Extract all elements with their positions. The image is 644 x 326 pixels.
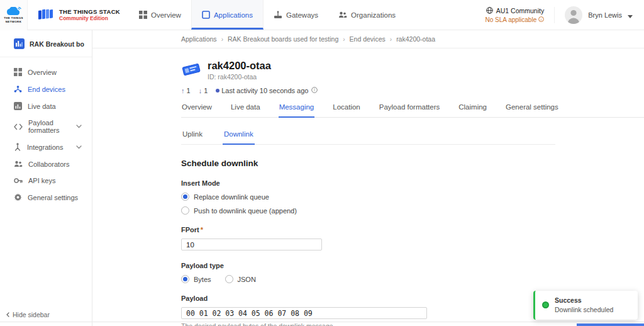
tab-claiming[interactable]: Claiming	[458, 103, 487, 117]
downlink-count-value: 1	[204, 87, 208, 94]
breadcrumb-separator: ›	[390, 36, 392, 43]
tab-location[interactable]: Location	[332, 103, 360, 117]
bottom-divider	[0, 322, 644, 322]
radio-icon[interactable]	[225, 275, 233, 283]
sidebar-nav: Overview End devices Live data Payload f…	[0, 57, 92, 305]
application-icon	[14, 38, 25, 49]
sla-label: No SLA applicable	[485, 16, 536, 23]
payload-type-label: Payload type	[181, 262, 555, 269]
breadcrumb: Applications › RAK Breakout boards used …	[92, 30, 644, 48]
tab-payload-formatters[interactable]: Payload formatters	[379, 103, 441, 117]
subtab-downlink[interactable]: Downlink	[223, 130, 255, 145]
device-id: ID: rak4200-otaa	[208, 73, 271, 81]
sidebar-item-api-keys[interactable]: API keys	[0, 172, 92, 189]
caret-down-icon	[628, 9, 633, 21]
tab-live-data[interactable]: Live data	[230, 103, 261, 117]
device-header: rak4200-otaa ID: rak4200-otaa	[181, 60, 644, 81]
info-icon[interactable]: i	[538, 16, 544, 23]
app-header: THE THINGS NETWORK THE THINGS STACK Comm…	[0, 0, 644, 30]
radio-icon[interactable]	[181, 193, 189, 201]
sidebar-item-general-settings[interactable]: General settings	[0, 189, 92, 206]
edition-label: Community Edition	[59, 15, 120, 21]
payload-type-options: Bytes JSON	[181, 275, 555, 283]
radio-json[interactable]: JSON	[225, 275, 256, 283]
chevron-left-icon	[6, 311, 9, 318]
nav-organizations-label: Organizations	[351, 11, 396, 19]
live-data-icon	[14, 102, 22, 110]
sidebar-item-label: Collaborators	[28, 160, 69, 168]
main-content: Applications › RAK Breakout boards used …	[92, 30, 644, 326]
sidebar-app-header[interactable]: RAK Breakout boards used for ...	[0, 30, 92, 57]
radio-replace-downlink-queue[interactable]: Replace downlink queue	[181, 193, 555, 201]
sidebar-item-payload-formatters[interactable]: Payload formatters	[0, 115, 92, 138]
insert-mode-label: Insert Mode	[181, 179, 555, 187]
sidebar-item-integrations[interactable]: Integrations	[0, 138, 92, 155]
sidebar-item-label: Payload formatters	[28, 119, 70, 134]
sidebar-item-overview[interactable]: Overview	[0, 64, 92, 81]
uplink-arrow-icon: ↑	[181, 87, 185, 94]
sidebar-item-label: End devices	[28, 86, 65, 93]
breadcrumb-application-name[interactable]: RAK Breakout boards used for testing	[228, 35, 338, 43]
sidebar-item-label: Integrations	[27, 143, 63, 151]
header-right: AU1 Community No SLA applicable i Bryn L…	[485, 0, 644, 30]
user-menu[interactable]: Bryn Lewis	[555, 6, 644, 24]
nav-overview[interactable]: Overview	[129, 0, 191, 30]
payload-help-text: The desired payload bytes of the downlin…	[181, 322, 555, 326]
schedule-downlink-heading: Schedule downlink	[181, 159, 555, 168]
downlink-arrow-icon: ↓	[199, 87, 203, 94]
messaging-subtabs: Uplink Downlink	[181, 130, 555, 145]
success-dot-icon	[542, 301, 549, 308]
info-icon[interactable]: i	[311, 87, 318, 94]
radio-label: Replace downlink queue	[194, 193, 269, 201]
fport-label: FPort*	[181, 226, 555, 233]
hide-sidebar-button[interactable]: Hide sidebar	[0, 305, 92, 326]
radio-push-downlink-queue[interactable]: Push to downlink queue (append)	[181, 206, 555, 215]
nav-overview-label: Overview	[151, 11, 181, 19]
subtab-uplink[interactable]: Uplink	[181, 130, 204, 144]
things-stack-logo[interactable]: THE THINGS STACK Community Edition	[28, 0, 129, 30]
sidebar-item-label: Live data	[28, 103, 56, 110]
last-activity-label: Last activity 10 seconds ago	[221, 87, 308, 94]
toast-progress-bar	[577, 323, 644, 326]
avatar	[565, 6, 582, 24]
radio-icon[interactable]	[181, 275, 189, 283]
sidebar-item-label: General settings	[28, 194, 78, 201]
applications-icon	[202, 11, 210, 19]
breadcrumb-device[interactable]: rak4200-otaa	[396, 35, 435, 43]
payload-label: Payload	[181, 295, 555, 302]
fport-input[interactable]	[181, 239, 322, 250]
sidebar-item-collaborators[interactable]: Collaborators	[0, 155, 92, 172]
tab-general-settings[interactable]: General settings	[505, 103, 559, 117]
uplink-count-value: 1	[187, 87, 191, 94]
key-icon	[14, 177, 23, 184]
nav-organizations[interactable]: Organizations	[328, 0, 406, 30]
sidebar-item-label: API keys	[28, 177, 55, 184]
radio-label: JSON	[238, 276, 256, 283]
radio-bytes[interactable]: Bytes	[181, 275, 211, 283]
breadcrumb-applications[interactable]: Applications	[181, 35, 217, 43]
nav-applications[interactable]: Applications	[191, 0, 264, 30]
breadcrumb-end-devices[interactable]: End devices	[350, 35, 386, 43]
cluster-info: AU1 Community No SLA applicable i	[485, 7, 555, 23]
breadcrumb-separator: ›	[221, 36, 223, 43]
integrations-icon	[14, 143, 21, 151]
radio-icon[interactable]	[181, 206, 189, 215]
toast-message: Downlink scheduled	[555, 306, 613, 313]
tab-messaging[interactable]: Messaging	[279, 103, 315, 118]
cloud-icon	[6, 7, 21, 16]
people-icon	[338, 11, 347, 19]
downlink-count: ↓ 1	[199, 87, 208, 94]
nav-gateways-label: Gateways	[286, 11, 318, 19]
things-network-logo[interactable]: THE THINGS NETWORK	[0, 0, 28, 30]
fport-label-text: FPort	[181, 226, 199, 233]
collaborators-icon	[14, 160, 23, 168]
tab-overview[interactable]: Overview	[181, 103, 213, 117]
sidebar-item-end-devices[interactable]: End devices	[0, 81, 92, 98]
stack-logo-text: THE THINGS STACK Community Edition	[59, 8, 120, 21]
device-title: rak4200-otaa	[208, 60, 271, 72]
sidebar-item-live-data[interactable]: Live data	[0, 98, 92, 115]
payload-input[interactable]	[181, 307, 427, 319]
nav-gateways[interactable]: Gateways	[264, 0, 328, 30]
success-toast[interactable]: Success Downlink scheduled	[533, 291, 638, 320]
device-tabs: Overview Live data Messaging Location Pa…	[181, 103, 644, 118]
